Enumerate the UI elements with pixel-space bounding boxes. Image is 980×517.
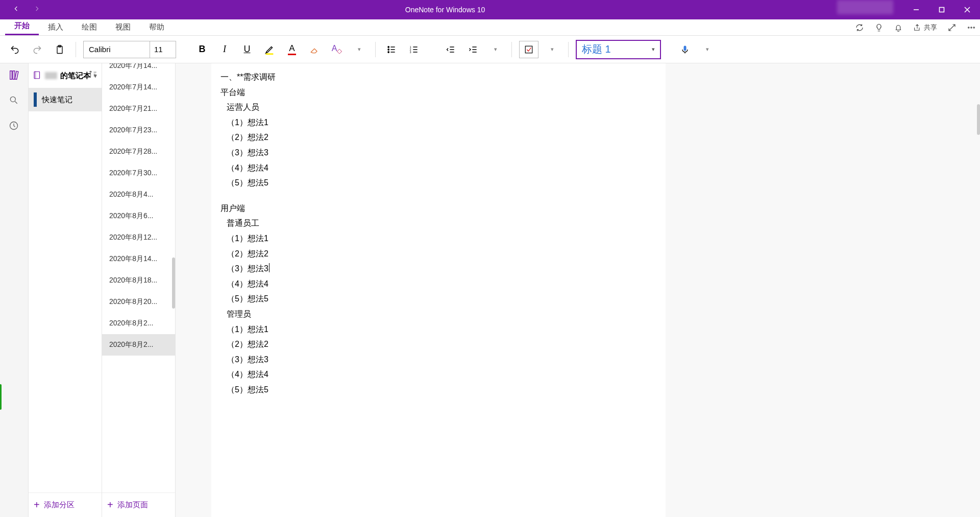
notebooks-icon[interactable] [9,69,20,81]
role-b1[interactable]: 普通员工 [220,216,656,231]
idea[interactable]: （4）想法4 [220,367,656,382]
dictate-button[interactable] [676,41,694,58]
section-a[interactable]: 平台端 [220,85,656,100]
highlight-button[interactable] [261,41,278,58]
svg-rect-17 [15,71,18,79]
tab-help[interactable]: 帮助 [140,19,174,35]
section-b[interactable]: 用户端 [220,201,656,216]
page-item[interactable]: 2020年8月2... [102,313,175,334]
page-item[interactable]: 2020年8月12... [102,227,175,248]
bullets-button[interactable] [383,41,400,58]
svg-point-8 [388,49,389,50]
tab-home[interactable]: 开始 [5,18,39,35]
idea[interactable]: （3）想法3 [220,145,656,160]
sort-icon[interactable] [88,69,97,81]
minimize-button[interactable] [903,0,929,19]
tab-view[interactable]: 视图 [106,19,140,35]
svg-rect-13 [525,46,532,53]
pages-scrollbar[interactable] [172,257,175,309]
idea[interactable]: （4）想法4 [220,276,656,292]
font-size-input[interactable] [150,41,176,58]
forward-button[interactable] [33,5,41,15]
app-title: OneNote for Windows 10 [53,6,837,14]
svg-rect-15 [10,71,12,80]
section-color-tab [34,92,37,107]
idea[interactable]: （5）想法5 [220,291,656,307]
idea[interactable]: （5）想法5 [220,175,656,191]
add-section-button[interactable]: + 添加分区 [29,492,102,517]
content-heading[interactable]: 一、**需求调研 [220,69,656,85]
idea[interactable]: （4）想法4 [220,160,656,176]
edge-indicator [0,384,2,410]
undo-button[interactable] [6,41,23,58]
more-icon[interactable] [967,23,976,32]
tab-insert[interactable]: 插入 [39,19,72,35]
toolbar-more-button[interactable]: ▾ [699,41,716,58]
bold-button[interactable]: B [193,41,211,58]
page-item[interactable]: 2020年7月21... [102,98,175,120]
account-area[interactable] [837,0,893,14]
svg-rect-21 [35,72,36,79]
idea[interactable]: （3）想法3 [220,352,656,367]
fullscreen-icon[interactable] [947,23,957,32]
page-item[interactable]: 2020年7月23... [102,120,175,141]
toolbar: B I U A A◇ ▾ 123 ▾ ▾ 标题 1 ▾ ▾ [0,36,980,63]
sync-icon[interactable] [855,23,864,32]
idea[interactable]: （2）想法2 [220,337,656,352]
tab-draw[interactable]: 绘图 [72,19,106,35]
maximize-button[interactable] [929,0,954,19]
role-b2[interactable]: 管理员 [220,307,656,322]
page-item[interactable]: 2020年7月14... [102,63,175,77]
page-item[interactable]: 2020年8月20... [102,291,175,313]
recent-icon[interactable] [9,121,20,132]
idea[interactable]: （1）想法1 [220,231,656,246]
numbering-button[interactable]: 123 [405,41,423,58]
nav-rail [0,63,29,517]
svg-point-2 [971,27,972,28]
clipboard-button[interactable] [51,41,68,58]
page-item[interactable]: 2020年7月30... [102,162,175,184]
todo-tag-button[interactable] [519,41,538,58]
page-item[interactable]: 2020年7月14... [102,77,175,98]
idea[interactable]: （1）想法1 [220,322,656,337]
idea[interactable]: （2）想法2 [220,130,656,145]
page-body[interactable]: 一、**需求调研 平台端 运营人员 （1）想法1 （2）想法2 （3）想法3 （… [211,63,666,517]
font-selector[interactable] [83,41,176,58]
idea[interactable]: （3）想法3 [220,261,656,276]
heading-style-select[interactable]: 标题 1 ▾ [576,40,661,59]
page-item[interactable]: 2020年8月4... [102,184,175,205]
back-button[interactable] [12,5,20,15]
search-icon[interactable] [9,95,20,106]
lightbulb-icon[interactable] [874,23,884,32]
italic-button[interactable]: I [216,41,233,58]
close-button[interactable] [954,0,980,19]
redo-button[interactable] [29,41,46,58]
page-item[interactable]: 2020年8月18... [102,270,175,291]
bell-icon[interactable] [894,23,903,32]
sections-pane: 的笔记本 ▾ 快速笔记 + 添加分区 [29,63,102,517]
canvas-scrollbar[interactable] [977,104,980,135]
page-item[interactable]: 2020年8月2... [102,334,175,356]
idea[interactable]: （2）想法2 [220,246,656,262]
idea[interactable]: （1）想法1 [220,115,656,130]
page-item[interactable]: 2020年7月28... [102,141,175,162]
font-name-input[interactable] [84,41,150,58]
underline-button[interactable]: U [238,41,256,58]
paragraph-more-button[interactable]: ▾ [487,41,504,58]
share-button[interactable]: 共享 [913,23,937,32]
clear-format-button[interactable]: A◇ [328,41,346,58]
idea[interactable]: （5）想法5 [220,382,656,397]
tag-more-button[interactable]: ▾ [544,41,561,58]
font-more-button[interactable]: ▾ [351,41,368,58]
outdent-button[interactable] [442,41,459,58]
section-item[interactable]: 快速笔记 [29,88,102,111]
page-item[interactable]: 2020年8月14... [102,248,175,270]
canvas[interactable]: 一、**需求调研 平台端 运营人员 （1）想法1 （2）想法2 （3）想法3 （… [176,63,980,517]
pages-pane: 2020年7月14...2020年7月14...2020年7月21...2020… [102,63,176,517]
role-a1[interactable]: 运营人员 [220,100,656,115]
eraser-button[interactable] [306,41,323,58]
page-item[interactable]: 2020年8月6... [102,205,175,227]
add-page-button[interactable]: + 添加页面 [102,492,175,517]
font-color-button[interactable]: A [283,41,301,58]
indent-button[interactable] [464,41,482,58]
